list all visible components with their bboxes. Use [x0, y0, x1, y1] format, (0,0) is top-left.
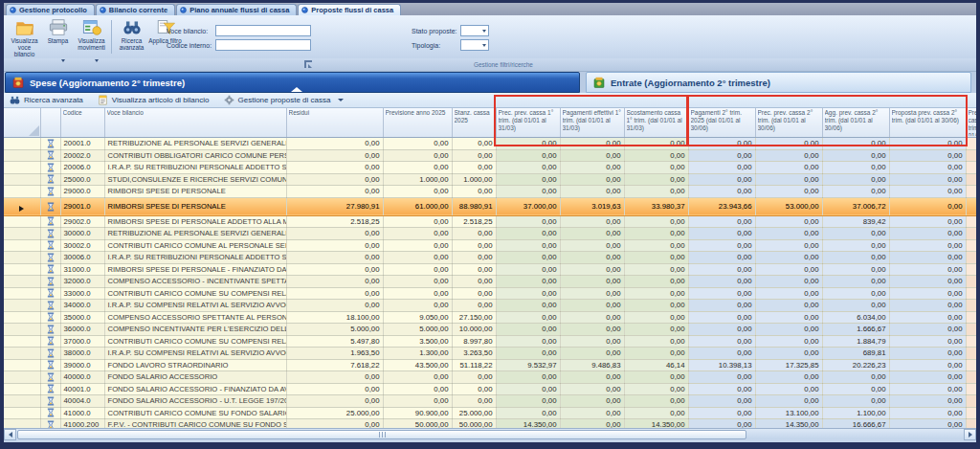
cell-voce-bilancio[interactable]: I.R.A.P. SU RETRIBUZIONI PERSONALE ADDET…: [104, 162, 286, 174]
row-selector-cell[interactable]: [4, 276, 40, 288]
row-selector-cell[interactable]: [4, 215, 40, 228]
table-row-30002.0[interactable]: 30002.0 CONTRIBUTI CARICO COMUNE AL PERS…: [4, 239, 976, 252]
cell-value[interactable]: 0,00: [966, 197, 976, 215]
cell-value[interactable]: 0,00: [755, 173, 822, 186]
table-row-29001.0[interactable]: 29001.0 RIMBORSI SPESE DI PERSONALE27.98…: [4, 197, 976, 215]
cell-value[interactable]: 0,00: [966, 173, 976, 186]
cell-value[interactable]: 0,00: [452, 395, 496, 408]
row-selector-cell[interactable]: [4, 138, 40, 150]
cell-value[interactable]: 0,00: [688, 371, 755, 384]
stampa-dropdown-arrow-icon[interactable]: [61, 59, 65, 62]
data-grid[interactable]: Codice Voce bilancio Residui Previsione …: [4, 108, 976, 428]
stampa-button[interactable]: Stampa: [41, 16, 75, 57]
cell-value[interactable]: 0,00: [286, 138, 383, 150]
cell-value[interactable]: 0,00: [966, 311, 976, 324]
table-row-35000.0[interactable]: 35000.0 COMPENSO ACCESSORIO SPETTANTE AL…: [4, 311, 976, 324]
table-row-36000.0[interactable]: 36000.0 COMPENSO INCENTIVANTE PER L'ESER…: [4, 324, 976, 336]
cell-value[interactable]: 0,00: [286, 149, 383, 162]
cell-value[interactable]: 0,00: [688, 348, 755, 360]
table-row-40004.0[interactable]: 40004.0 FONDO SALARIO ACCESSORIO - U.T. …: [4, 395, 976, 408]
cell-value[interactable]: 0,00: [496, 287, 560, 300]
cell-codice[interactable]: 34000.0: [60, 300, 104, 312]
row-status-cell[interactable]: [40, 335, 60, 348]
cell-value[interactable]: 0,00: [755, 239, 822, 252]
cell-value[interactable]: 37.000,00: [496, 197, 560, 215]
cell-codice[interactable]: 41000.0: [60, 407, 104, 419]
row-selector-cell[interactable]: [4, 383, 40, 395]
cell-codice[interactable]: 36000.0: [60, 324, 104, 336]
cell-value[interactable]: 0,00: [560, 383, 624, 395]
cell-value[interactable]: 0,00: [286, 252, 383, 264]
cell-voce-bilancio[interactable]: CONTRIBUTI OBBLIGATORI CARICO COMUNE PER…: [104, 149, 286, 162]
cell-value[interactable]: 0,00: [624, 173, 688, 186]
cell-value[interactable]: 0,00: [966, 300, 976, 312]
cell-value[interactable]: 0,00: [286, 239, 383, 252]
cell-value[interactable]: 0,00: [688, 138, 755, 150]
cell-value[interactable]: 0,00: [822, 228, 889, 240]
cell-value[interactable]: 0,00: [822, 252, 889, 264]
cell-value[interactable]: 0,00: [286, 419, 383, 429]
cell-value[interactable]: 0,00: [822, 186, 889, 198]
cell-value[interactable]: 33.980,37: [624, 197, 688, 215]
cell-codice[interactable]: 20002.0: [60, 149, 104, 162]
cell-value[interactable]: 0,00: [560, 300, 624, 312]
cell-value[interactable]: 0,00: [560, 173, 624, 186]
table-row-20006.0[interactable]: 20006.0 I.R.A.P. SU RETRIBUZIONI PERSONA…: [4, 162, 976, 174]
cell-voce-bilancio[interactable]: F.P.V. - CONTRIBUTI CARICO COMUNE SU FON…: [104, 419, 286, 429]
row-status-cell[interactable]: [40, 419, 60, 429]
cell-voce-bilancio[interactable]: RIMBORSI SPESE DI PERSONALE - FINANZIATO…: [104, 263, 286, 276]
cell-value[interactable]: 0,00: [452, 138, 496, 150]
row-selector-cell[interactable]: [4, 162, 40, 174]
cell-value[interactable]: 0,00: [889, 197, 966, 215]
cell-value[interactable]: 0,00: [496, 173, 560, 186]
cell-value[interactable]: 0,00: [755, 162, 822, 174]
row-status-cell[interactable]: [40, 311, 60, 324]
cell-value[interactable]: 0,00: [560, 419, 624, 429]
cell-value[interactable]: 0,00: [383, 252, 452, 264]
cell-value[interactable]: 0,00: [889, 300, 966, 312]
cell-value[interactable]: 61.000,00: [383, 197, 452, 215]
cell-value[interactable]: 0,00: [755, 287, 822, 300]
cell-value[interactable]: 27.150,00: [452, 311, 496, 324]
cell-value[interactable]: 0,00: [688, 419, 755, 429]
cell-value[interactable]: 0,00: [966, 324, 976, 336]
row-selector-cell[interactable]: [4, 186, 40, 198]
cell-value[interactable]: 0,00: [822, 383, 889, 395]
cell-value[interactable]: 2.518,25: [452, 215, 496, 228]
row-status-cell[interactable]: [40, 197, 60, 215]
cell-codice[interactable]: 40000.0: [60, 371, 104, 384]
cell-value[interactable]: 0,00: [383, 228, 452, 240]
cell-value[interactable]: 0,00: [755, 263, 822, 276]
cell-value[interactable]: 0,00: [755, 300, 822, 312]
cell-value[interactable]: 5.000,00: [286, 324, 383, 336]
cell-value[interactable]: 0,00: [286, 228, 383, 240]
cell-value[interactable]: 0,00: [560, 252, 624, 264]
column-header-previsione-anno-2025[interactable]: Previsione anno 2025: [383, 108, 452, 138]
row-status-cell[interactable]: [40, 287, 60, 300]
cell-value[interactable]: 0,00: [496, 311, 560, 324]
cell-value[interactable]: 0,00: [560, 407, 624, 419]
cell-value[interactable]: 0,00: [496, 239, 560, 252]
row-selector-cell[interactable]: [4, 359, 40, 371]
cell-value[interactable]: 0,00: [286, 300, 383, 312]
cell-value[interactable]: 0,00: [889, 371, 966, 384]
cell-value[interactable]: 0,00: [496, 300, 560, 312]
cell-value[interactable]: 0,00: [966, 186, 976, 198]
cell-value[interactable]: 0,00: [889, 186, 966, 198]
cell-value[interactable]: 0,00: [688, 276, 755, 288]
cell-value[interactable]: 0,00: [452, 239, 496, 252]
cell-value[interactable]: 16.666,67: [822, 419, 889, 429]
cell-value[interactable]: 0,00: [688, 300, 755, 312]
cell-value[interactable]: 0,00: [624, 311, 688, 324]
cell-value[interactable]: 0,00: [966, 215, 976, 228]
column-header-codice[interactable]: Codice: [60, 108, 104, 138]
cell-value[interactable]: 0,00: [889, 324, 966, 336]
table-row-29000.0[interactable]: 29000.0 RIMBORSI SPESE DI PERSONALE0,000…: [4, 186, 976, 198]
row-status-cell[interactable]: [40, 263, 60, 276]
cell-value[interactable]: 0,00: [688, 173, 755, 186]
cell-value[interactable]: 0,00: [755, 186, 822, 198]
cell-value[interactable]: 10.398,13: [688, 359, 755, 371]
cell-value[interactable]: 0,00: [966, 263, 976, 276]
cell-value[interactable]: 0,00: [966, 228, 976, 240]
cell-value[interactable]: 0,00: [452, 263, 496, 276]
